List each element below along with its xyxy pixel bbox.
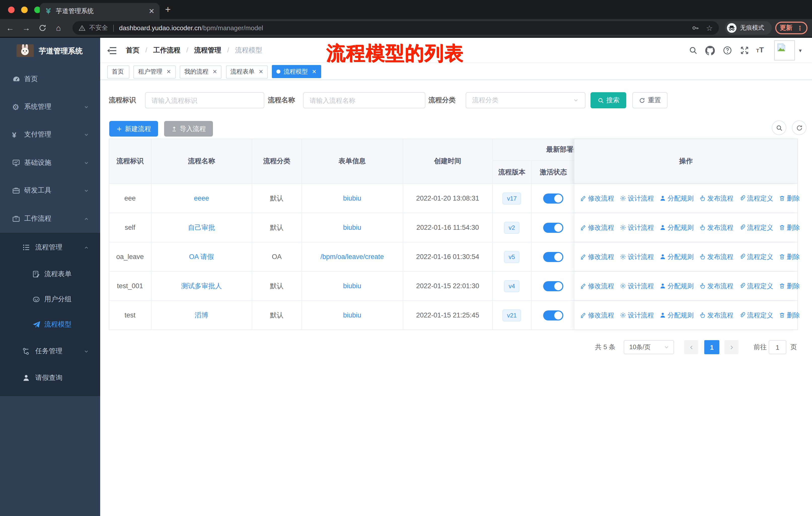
active-toggle[interactable] bbox=[544, 222, 563, 233]
active-toggle[interactable] bbox=[544, 193, 563, 203]
logo-row[interactable]: 芋道管理系统 bbox=[0, 38, 100, 65]
process-name-link[interactable]: 测试多审批人 bbox=[181, 281, 222, 291]
back-icon[interactable]: ← bbox=[4, 19, 16, 37]
op-edit[interactable]: 修改流程 bbox=[580, 194, 614, 203]
op-edit[interactable]: 修改流程 bbox=[580, 281, 614, 291]
op-definition[interactable]: 流程定义 bbox=[739, 223, 773, 232]
search-button[interactable]: 搜索 bbox=[590, 92, 626, 108]
prev-page-button[interactable] bbox=[684, 340, 698, 354]
password-key-icon[interactable] bbox=[691, 24, 699, 32]
op-design[interactable]: 设计流程 bbox=[620, 281, 654, 291]
form-link[interactable]: /bpm/oa/leave/create bbox=[320, 253, 384, 261]
tag-my-process[interactable]: 我的流程✕ bbox=[180, 65, 222, 78]
browser-tab[interactable]: 芋道管理系统 ✕ bbox=[40, 3, 160, 19]
op-definition[interactable]: 流程定义 bbox=[739, 311, 773, 320]
table-refresh-button[interactable] bbox=[792, 120, 807, 135]
tag-close-icon[interactable]: ✕ bbox=[259, 69, 263, 75]
window-minimize-button[interactable] bbox=[21, 6, 28, 13]
active-toggle[interactable] bbox=[544, 310, 563, 320]
sidebar-item-infra[interactable]: 基础设施 bbox=[0, 150, 100, 175]
sidebar-item-user-group[interactable]: 用户分组 bbox=[0, 287, 100, 312]
sidebar-item-leave-query[interactable]: 请假查询 bbox=[0, 365, 100, 390]
op-edit[interactable]: 修改流程 bbox=[580, 311, 614, 320]
window-close-button[interactable] bbox=[8, 6, 14, 13]
sidebar-item-process-mgmt[interactable]: 流程管理 bbox=[0, 235, 100, 260]
form-link[interactable]: biubiu bbox=[343, 311, 361, 319]
sidebar-item-process-model[interactable]: 流程模型 bbox=[0, 312, 100, 337]
home-icon[interactable]: ⌂ bbox=[52, 19, 64, 37]
op-definition[interactable]: 流程定义 bbox=[739, 194, 773, 203]
op-assign-rule[interactable]: 分配规则 bbox=[660, 281, 694, 291]
version-badge[interactable]: v5 bbox=[504, 251, 520, 263]
browser-update-button[interactable]: 更新 ⋮ bbox=[775, 22, 808, 34]
breadcrumb-workflow[interactable]: 工作流程 bbox=[153, 46, 180, 54]
version-badge[interactable]: v21 bbox=[502, 309, 521, 321]
version-badge[interactable]: v2 bbox=[504, 221, 520, 234]
goto-page-input[interactable] bbox=[769, 340, 786, 354]
op-design[interactable]: 设计流程 bbox=[620, 252, 654, 261]
op-publish[interactable]: 发布流程 bbox=[699, 311, 733, 320]
filter-key-input[interactable] bbox=[145, 92, 264, 108]
tag-home[interactable]: 首页 bbox=[107, 65, 129, 78]
next-page-button[interactable] bbox=[724, 340, 738, 354]
op-delete[interactable]: 删除 bbox=[779, 194, 800, 203]
op-publish[interactable]: 发布流程 bbox=[699, 252, 733, 261]
op-delete[interactable]: 删除 bbox=[779, 281, 800, 291]
op-delete[interactable]: 删除 bbox=[779, 223, 800, 232]
table-search-toggle-button[interactable] bbox=[772, 120, 786, 135]
op-assign-rule[interactable]: 分配规则 bbox=[660, 223, 694, 232]
sidebar-item-devtools[interactable]: 研发工具 bbox=[0, 178, 100, 203]
sidebar-item-task-mgmt[interactable]: 任务管理 bbox=[0, 338, 100, 364]
op-delete[interactable]: 删除 bbox=[779, 252, 800, 261]
page-size-select[interactable]: 10条/页 bbox=[624, 340, 674, 354]
github-icon[interactable] bbox=[705, 46, 715, 55]
process-name-link[interactable]: OA 请假 bbox=[189, 252, 214, 261]
reload-icon[interactable] bbox=[36, 24, 48, 32]
font-size-icon[interactable]: TT bbox=[756, 45, 764, 54]
op-edit[interactable]: 修改流程 bbox=[580, 252, 614, 261]
op-assign-rule[interactable]: 分配规则 bbox=[660, 252, 694, 261]
op-definition[interactable]: 流程定义 bbox=[739, 252, 773, 261]
current-page-button[interactable]: 1 bbox=[704, 340, 719, 354]
active-toggle[interactable] bbox=[544, 281, 563, 291]
form-link[interactable]: biubiu bbox=[343, 194, 361, 202]
sidebar-item-payment[interactable]: ¥ 支付管理 bbox=[0, 122, 100, 147]
filter-name-input[interactable] bbox=[303, 92, 425, 108]
browser-menu-icon[interactable]: ⋮ bbox=[797, 24, 803, 31]
version-badge[interactable]: v4 bbox=[504, 280, 520, 292]
sidebar-item-process-form[interactable]: 流程表单 bbox=[0, 262, 100, 287]
new-tab-button[interactable]: + bbox=[165, 4, 171, 15]
op-publish[interactable]: 发布流程 bbox=[699, 223, 733, 232]
sidebar-item-system[interactable]: ⚙ 系统管理 bbox=[0, 94, 100, 119]
sidebar-collapse-icon[interactable] bbox=[107, 47, 116, 54]
op-design[interactable]: 设计流程 bbox=[620, 194, 654, 203]
tab-close-icon[interactable]: ✕ bbox=[149, 7, 154, 15]
process-name-link[interactable]: 滔博 bbox=[195, 311, 208, 320]
tag-process-model[interactable]: 流程模型✕ bbox=[272, 65, 321, 78]
forward-icon[interactable]: → bbox=[20, 19, 32, 37]
import-process-button[interactable]: 导入流程 bbox=[164, 121, 213, 137]
form-link[interactable]: biubiu bbox=[343, 224, 361, 231]
tag-close-icon[interactable]: ✕ bbox=[166, 69, 171, 75]
search-icon[interactable] bbox=[689, 46, 698, 55]
create-process-button[interactable]: 新建流程 bbox=[109, 121, 158, 137]
help-icon[interactable] bbox=[723, 46, 732, 55]
op-delete[interactable]: 删除 bbox=[779, 311, 800, 320]
op-design[interactable]: 设计流程 bbox=[620, 223, 654, 232]
op-assign-rule[interactable]: 分配规则 bbox=[660, 194, 694, 203]
tag-tenant[interactable]: 租户管理✕ bbox=[134, 65, 175, 78]
breadcrumb-home[interactable]: 首页 bbox=[126, 46, 140, 54]
process-name-link[interactable]: 自己审批 bbox=[188, 223, 215, 232]
process-name-link[interactable]: eeee bbox=[194, 194, 209, 202]
sidebar-item-home[interactable]: 首页 bbox=[0, 66, 100, 92]
op-publish[interactable]: 发布流程 bbox=[699, 194, 733, 203]
op-publish[interactable]: 发布流程 bbox=[699, 281, 733, 291]
bookmark-star-icon[interactable]: ☆ bbox=[706, 23, 713, 32]
form-link[interactable]: biubiu bbox=[343, 282, 361, 290]
fullscreen-icon[interactable] bbox=[740, 46, 750, 55]
address-bar[interactable]: 不安全 dashboard.yudao.iocoder.cn/bpm/manag… bbox=[72, 21, 719, 35]
op-edit[interactable]: 修改流程 bbox=[580, 223, 614, 232]
reset-button[interactable]: 重置 bbox=[632, 92, 668, 108]
version-badge[interactable]: v17 bbox=[502, 192, 521, 204]
filter-category-select[interactable]: 流程分类 bbox=[466, 92, 585, 108]
